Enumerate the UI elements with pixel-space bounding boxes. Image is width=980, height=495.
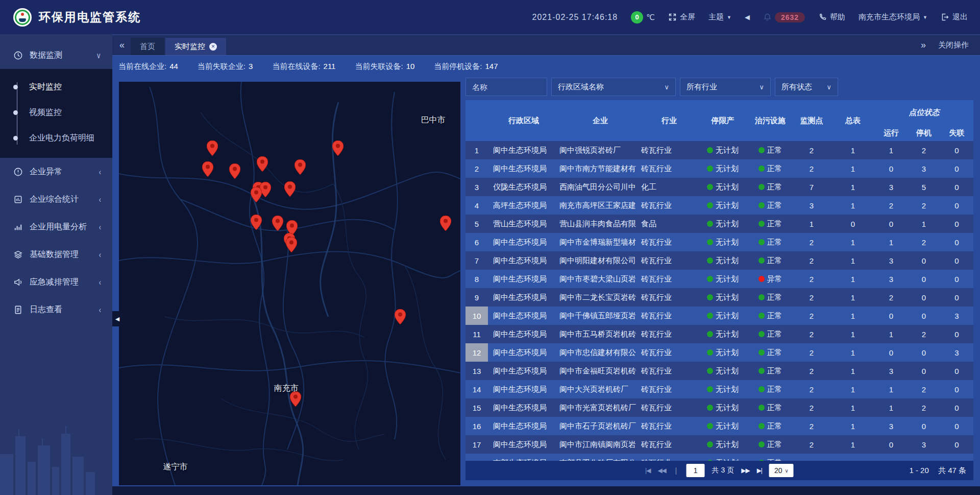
cell-region: 阆中生态环境局: [488, 164, 559, 174]
sidebar-subitem-label: 企业电力负荷明细: [29, 133, 94, 144]
map-pin[interactable]: [229, 163, 240, 179]
sidebar-item-应急减排管理[interactable]: 应急减排管理 ‹: [0, 268, 112, 296]
map-pin[interactable]: [272, 216, 283, 231]
table-row[interactable]: 9阆中生态环境局阆中市二龙长宝页岩砖砖瓦行业无计划正常21200: [465, 288, 973, 307]
name-filter-input[interactable]: [472, 83, 541, 91]
row-index-cell: 1: [465, 141, 488, 159]
table-row[interactable]: 14阆中生态环境局阆中大兴页岩机砖厂砖瓦行业无计划正常21120: [465, 380, 973, 398]
tab-realtime-monitor[interactable]: 实时监控 ✕: [165, 38, 226, 55]
first-page-icon[interactable]: |◀: [645, 467, 650, 474]
status-dot-icon: [707, 221, 713, 227]
map[interactable]: 巴中市南充市遂宁市: [119, 82, 460, 485]
cell-company: 南充市高坪区王家店建: [559, 201, 641, 210]
status-filter-select[interactable]: 所有状态∨: [775, 78, 838, 96]
table-row[interactable]: 6阆中生态环境局阆中市金博瑞新型墙材砖瓦行业无计划正常21120: [465, 233, 973, 251]
table-row[interactable]: 15阆中生态环境局阆中市光富页岩机砖厂砖瓦行业无计划正常21120: [465, 398, 973, 417]
cell-facility-status: 正常: [748, 164, 792, 174]
tabs-scroll-left-icon[interactable]: «: [119, 40, 124, 51]
industry-filter-select[interactable]: 所有行业∨: [680, 78, 771, 96]
sidebar-collapse-handle[interactable]: ◀: [112, 311, 122, 326]
row-index-cell: 8: [465, 270, 488, 288]
theme-menu[interactable]: 主题▼: [708, 12, 731, 22]
cell-run-count: 0: [875, 440, 908, 449]
table-row[interactable]: 5营山生态环境局营山县润丰肉食品有限食品无计划正常10010: [465, 215, 973, 233]
map-pin[interactable]: [286, 237, 297, 252]
map-pin[interactable]: [202, 161, 213, 177]
bullet-dot-icon: [13, 136, 18, 140]
cell-halt-count: 0: [908, 422, 940, 431]
sidebar-item-企业综合统计[interactable]: 企业综合统计 ‹: [0, 185, 112, 213]
map-pin[interactable]: [257, 156, 268, 172]
table-row[interactable]: 18南部生态环境局南部县双化砖厂有限公砖瓦行业无计划正常21030: [465, 454, 973, 461]
prev-page-icon[interactable]: ◀◀: [657, 467, 666, 474]
table-row[interactable]: 13阆中生态环境局阆中市金福旺页岩机砖砖瓦行业无计划正常21300: [465, 362, 973, 380]
map-pin[interactable]: [207, 140, 218, 156]
table-row[interactable]: 2阆中生态环境局阆中市南方节能建材有砖瓦行业无计划正常21030: [465, 159, 973, 178]
content: 当前在线企业:44当前失联企业:3当前在线设备:211当前失联设备:10当前停机…: [112, 55, 980, 495]
tabs-scroll-right-icon[interactable]: »: [921, 40, 925, 51]
map-pin[interactable]: [284, 181, 296, 197]
close-operations-menu[interactable]: 关闭操作: [938, 40, 969, 50]
map-pin[interactable]: [332, 140, 344, 156]
cell-lost-count: 0: [940, 367, 973, 375]
logout-button[interactable]: 退出: [941, 12, 968, 22]
cell-company: 西南油气田分公司川中: [559, 182, 641, 192]
sidebar-subitem-视频监控[interactable]: 视频监控: [0, 100, 112, 125]
table-row[interactable]: 10阆中生态环境局阆中千佛镇五郎垭页岩砖瓦行业无计划正常21003: [465, 307, 973, 325]
table-row[interactable]: 4高坪生态环境局南充市高坪区王家店建砖瓦行业无计划正常31220: [465, 196, 973, 215]
cell-facility-status: 正常: [748, 403, 792, 413]
sidebar-item-数据监测[interactable]: 数据监测 ∨: [0, 41, 112, 69]
table-row[interactable]: 16阆中生态环境局阆中市石子页岩机砖厂砖瓦行业无计划正常21300: [465, 417, 973, 435]
help-button[interactable]: 帮助: [818, 12, 845, 22]
table-row[interactable]: 3仪陇生态环境局西南油气田分公司川中化工无计划正常71350: [465, 178, 973, 196]
next-page-icon[interactable]: ▶▶: [741, 467, 749, 474]
user-org-menu[interactable]: 南充市生态环境局▼: [859, 12, 927, 22]
page-size-select[interactable]: 20∨: [769, 464, 794, 477]
sidebar-item-企业用电量分析[interactable]: 企业用电量分析 ‹: [0, 213, 112, 241]
cell-facility-status: 正常: [748, 385, 792, 394]
status-dot-icon: [707, 184, 713, 190]
cell-halt-count: 3: [908, 164, 940, 173]
map-pin[interactable]: [440, 216, 451, 231]
row-number: 3: [465, 178, 488, 196]
cell-facility-status: 正常: [748, 238, 792, 247]
table-row[interactable]: 1阆中生态环境局阆中强锐页岩砖厂砖瓦行业无计划正常21120: [465, 141, 973, 159]
mute-button[interactable]: ◀: [745, 13, 750, 21]
table-row[interactable]: 7阆中生态环境局阆中明阳建材有限公司砖瓦行业无计划正常21300: [465, 251, 973, 270]
map-pin[interactable]: [295, 159, 306, 175]
bullet-dot-icon: [13, 110, 18, 115]
sidebar-subitem-企业电力负荷明细[interactable]: 企业电力负荷明细: [0, 125, 112, 151]
status-dot-icon: [707, 294, 713, 300]
table-row[interactable]: 17阆中生态环境局阆中市江南镇阆南页岩砖瓦行业无计划正常21030: [465, 435, 973, 454]
cell-meter-count: 1: [831, 275, 875, 284]
col-run: 运行: [875, 128, 908, 141]
filter-bar: 行政区域名称∨ 所有行业∨ 所有状态∨: [465, 78, 973, 96]
fullscreen-button[interactable]: 全屏: [668, 12, 695, 22]
top-header: 环保用电监管系统 2021-02-25 17:46:18 0 ℃ 全屏 主题▼ …: [0, 0, 980, 34]
notifications[interactable]: 2632: [763, 12, 805, 22]
cell-monitor-count: 2: [792, 146, 831, 155]
table-row[interactable]: 12阆中生态环境局阆中市忠信建材有限公砖瓦行业无计划正常21003: [465, 343, 973, 362]
sidebar-subitem-实时监控[interactable]: 实时监控: [0, 74, 112, 100]
cell-facility-status: 正常: [748, 182, 792, 192]
sidebar-item-基础数据管理[interactable]: 基础数据管理 ‹: [0, 241, 112, 268]
table-row[interactable]: 11阆中生态环境局阆中市五马桥页岩机砖砖瓦行业无计划正常21120: [465, 325, 973, 343]
table-row[interactable]: 8阆中生态环境局阆中市枣碧大梁山页岩砖瓦行业无计划异常21300: [465, 270, 973, 288]
map-pin[interactable]: [395, 309, 406, 324]
map-pin[interactable]: [251, 215, 262, 230]
map-pin[interactable]: [251, 187, 262, 202]
close-tab-icon[interactable]: ✕: [209, 43, 217, 51]
region-filter-select[interactable]: 行政区域名称∨: [551, 78, 676, 96]
page-number-input[interactable]: [687, 464, 705, 477]
cell-run-count: 1: [875, 385, 908, 394]
col-meter: 总表: [831, 116, 875, 126]
chevron-left-icon: ‹: [99, 195, 101, 204]
chevron-down-icon: ∨: [664, 83, 669, 91]
status-dot-icon: [758, 184, 765, 190]
last-page-icon[interactable]: ▶|: [757, 467, 762, 474]
cell-industry: 砖瓦行业: [641, 164, 697, 174]
tab-home[interactable]: 首页: [131, 38, 164, 55]
sidebar-item-日志查看[interactable]: 日志查看 ‹: [0, 296, 112, 323]
sidebar-item-企业异常[interactable]: 企业异常 ‹: [0, 158, 112, 185]
cell-stop-status: 无计划: [697, 440, 748, 450]
